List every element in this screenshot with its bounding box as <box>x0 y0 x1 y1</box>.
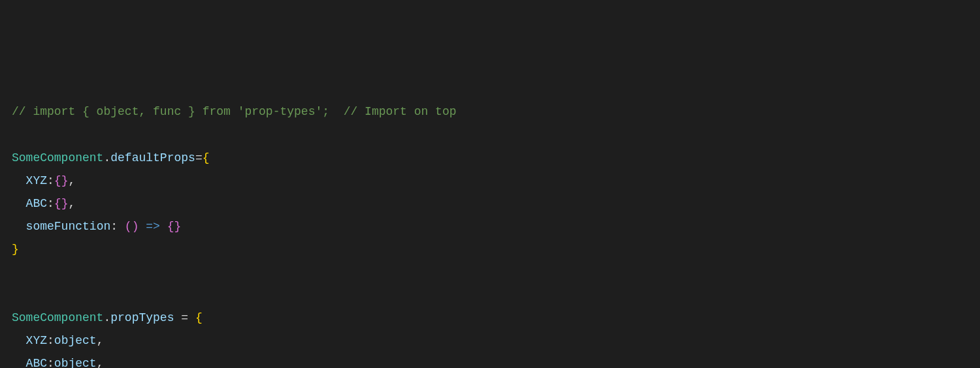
braces-empty: {} <box>54 174 69 187</box>
code-editor[interactable]: // import { object, func } from 'prop-ty… <box>12 100 968 368</box>
type-reference: object <box>54 334 97 347</box>
colon: : <box>47 174 54 187</box>
brace-open: { <box>203 151 210 164</box>
colon: : <box>47 334 54 347</box>
brace-open: { <box>195 311 203 324</box>
colon: : <box>47 197 54 210</box>
member-identifier: defaultProps <box>110 151 195 164</box>
type-identifier: SomeComponent <box>12 151 103 164</box>
code-line: XYZ:object, <box>12 334 103 347</box>
property-name: someFunction <box>26 220 111 233</box>
member-identifier: propTypes <box>110 311 174 324</box>
property-name: XYZ <box>26 334 47 347</box>
comma: , <box>97 334 104 347</box>
colon: : <box>110 220 125 233</box>
brace-close: } <box>12 243 19 256</box>
comma: , <box>68 174 75 187</box>
code-line: someFunction: () => {} <box>12 220 181 233</box>
colon: : <box>47 357 54 368</box>
code-line: SomeComponent.defaultProps={ <box>12 151 210 164</box>
arrow-function: => <box>139 220 167 233</box>
braces-empty: {} <box>54 197 69 210</box>
code-line: SomeComponent.propTypes = { <box>12 311 203 324</box>
type-identifier: SomeComponent <box>12 311 103 324</box>
type-reference: object <box>54 357 97 368</box>
comment-text: // import { object, func } from 'prop-ty… <box>12 105 457 118</box>
code-line: ABC:object, <box>12 357 103 368</box>
parens-empty: () <box>125 220 139 233</box>
property-name: XYZ <box>26 174 47 187</box>
code-line: ABC:{}, <box>12 197 75 210</box>
comma: , <box>97 357 104 368</box>
dot: . <box>103 151 110 164</box>
code-line: XYZ:{}, <box>12 174 75 187</box>
code-line: // import { object, func } from 'prop-ty… <box>12 105 457 118</box>
property-name: ABC <box>26 197 47 210</box>
dot: . <box>103 311 110 324</box>
comma: , <box>68 197 75 210</box>
braces-empty: {} <box>167 220 182 233</box>
equals-operator: = <box>195 151 203 164</box>
code-line: } <box>12 243 19 256</box>
equals-operator: = <box>174 311 195 324</box>
property-name: ABC <box>26 357 47 368</box>
